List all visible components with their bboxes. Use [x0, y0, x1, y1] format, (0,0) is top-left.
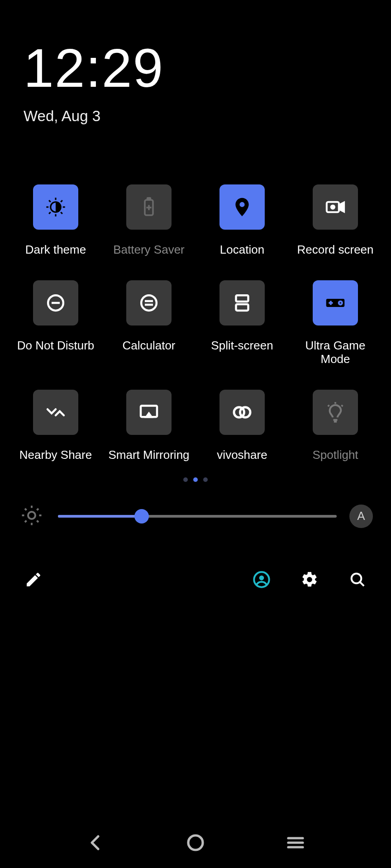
search-button[interactable] [347, 569, 368, 590]
tile-record-screen[interactable]: Record screen [289, 184, 382, 257]
svg-line-5 [49, 200, 51, 202]
settings-button[interactable] [299, 569, 320, 590]
calculator-icon [126, 280, 172, 326]
svg-rect-22 [236, 304, 248, 311]
edit-button[interactable] [23, 569, 44, 590]
lightbulb-icon [313, 390, 358, 435]
svg-line-44 [25, 520, 27, 522]
tile-label: Record screen [297, 243, 373, 257]
svg-rect-10 [148, 198, 151, 200]
page-dot[interactable] [193, 477, 198, 482]
tile-label: Do Not Disturb [17, 339, 95, 353]
tile-ultra-game-mode[interactable]: Ultra Game Mode [289, 280, 382, 366]
quick-settings-panel: 12:29 Wed, Aug 3 Dark themeBattery Saver… [0, 0, 391, 868]
svg-line-35 [341, 405, 343, 406]
svg-line-43 [37, 509, 39, 510]
tile-label: Spotlight [312, 448, 358, 462]
page-dot[interactable] [203, 477, 208, 482]
tile-calculator[interactable]: Calculator [102, 280, 196, 366]
tile-label: Dark theme [25, 243, 86, 257]
svg-line-6 [61, 212, 62, 214]
record-icon [313, 184, 358, 230]
profile-button[interactable] [251, 569, 272, 590]
game-controller-icon [313, 280, 358, 326]
tile-spotlight[interactable]: Spotlight [289, 390, 382, 462]
vivoshare-icon [219, 390, 265, 435]
tile-label: vivoshare [217, 448, 267, 462]
tile-dark-theme[interactable]: Dark theme [9, 184, 102, 257]
cast-icon [126, 390, 172, 435]
tile-label: Location [220, 243, 264, 257]
brightness-row: A [0, 502, 391, 531]
svg-line-8 [49, 212, 51, 214]
svg-line-48 [360, 582, 364, 586]
location-pin-icon [219, 184, 265, 230]
svg-line-42 [37, 520, 39, 522]
time-display: 12:29 [24, 41, 391, 95]
tile-split-screen[interactable]: Split-screen [196, 280, 289, 366]
tiles-grid: Dark themeBattery SaverLocationRecord sc… [0, 184, 391, 462]
auto-brightness-toggle[interactable]: A [349, 505, 373, 528]
svg-point-15 [331, 205, 334, 208]
tile-battery-saver[interactable]: Battery Saver [102, 184, 196, 257]
page-dot[interactable] [183, 477, 188, 482]
nav-bar [0, 832, 391, 855]
svg-line-7 [61, 200, 62, 202]
tile-smart-mirroring[interactable]: Smart Mirroring [102, 390, 196, 462]
date-display: Wed, Aug 3 [24, 108, 391, 125]
svg-point-36 [28, 512, 35, 519]
tile-location[interactable]: Location [196, 184, 289, 257]
tile-label: Split-screen [211, 339, 273, 353]
svg-line-34 [328, 405, 329, 406]
tile-label: Nearby Share [19, 448, 92, 462]
tile-do-not-disturb[interactable]: Do Not Disturb [9, 280, 102, 366]
svg-point-46 [259, 576, 264, 580]
nav-back[interactable] [85, 832, 106, 855]
tile-label: Calculator [122, 339, 175, 353]
tile-nearby-share[interactable]: Nearby Share [9, 390, 102, 462]
nav-home[interactable] [185, 832, 206, 855]
tile-label: Smart Mirroring [108, 448, 189, 462]
contrast-icon [33, 184, 78, 230]
brightness-icon [18, 502, 45, 531]
tile-label: Battery Saver [113, 243, 185, 257]
svg-marker-28 [146, 413, 151, 417]
tile-vivoshare[interactable]: vivoshare [196, 390, 289, 462]
tile-label: Ultra Game Mode [292, 339, 378, 366]
svg-point-49 [188, 835, 203, 850]
svg-point-18 [141, 295, 157, 311]
nearby-share-icon [33, 390, 78, 435]
svg-rect-21 [236, 295, 248, 302]
svg-line-41 [25, 509, 27, 510]
page-indicator [0, 477, 391, 482]
svg-marker-14 [339, 203, 344, 212]
brightness-slider[interactable] [58, 515, 337, 518]
do-not-disturb-icon [33, 280, 78, 326]
svg-point-47 [352, 573, 362, 583]
battery-icon [126, 184, 172, 230]
split-screen-icon [219, 280, 265, 326]
actions-bar [0, 569, 391, 590]
clock-header: 12:29 Wed, Aug 3 [0, 0, 391, 125]
nav-recent[interactable] [285, 832, 306, 855]
